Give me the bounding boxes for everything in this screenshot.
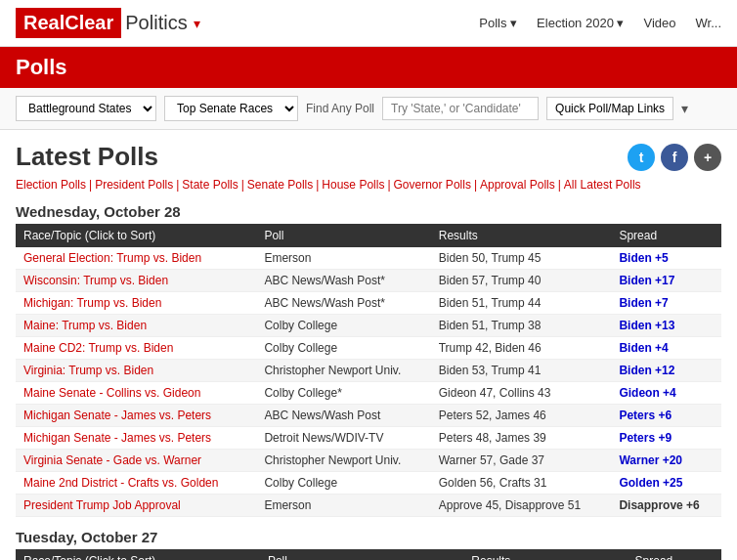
subnav-approval-polls[interactable]: Approval Polls bbox=[480, 178, 555, 192]
spread-cell: Biden +7 bbox=[611, 292, 721, 315]
subnav-president-polls[interactable]: President Polls bbox=[95, 178, 173, 192]
table-row: Maine CD2: Trump vs. BidenColby CollegeT… bbox=[16, 337, 721, 360]
results-cell: Biden 57, Trump 40 bbox=[431, 270, 612, 292]
col-header-1-0[interactable]: Race/Topic (Click to Sort) bbox=[16, 549, 260, 560]
spread-cell: Biden +12 bbox=[611, 360, 721, 382]
col-header-0-1[interactable]: Poll bbox=[256, 224, 430, 247]
results-cell: Biden 51, Trump 44 bbox=[431, 292, 612, 315]
nav-wr[interactable]: Wr... bbox=[696, 16, 721, 30]
poll-name-cell: Colby College* bbox=[256, 382, 430, 405]
sections-container: Wednesday, October 28Race/Topic (Click t… bbox=[16, 203, 721, 560]
poll-name-cell: Christopher Newport Univ. bbox=[256, 360, 430, 382]
poll-name-cell: Colby College bbox=[256, 315, 430, 337]
polls-bar: Polls bbox=[0, 47, 737, 88]
table-row: Michigan Senate - James vs. PetersDetroi… bbox=[16, 427, 721, 450]
race-topic-cell[interactable]: General Election: Trump vs. Biden bbox=[16, 247, 256, 270]
subnav-senate-polls[interactable]: Senate Polls bbox=[247, 178, 313, 192]
race-topic-cell[interactable]: Maine: Trump vs. Biden bbox=[16, 315, 256, 337]
table-row: Maine: Trump vs. BidenColby CollegeBiden… bbox=[16, 315, 721, 337]
race-topic-cell[interactable]: Wisconsin: Trump vs. Biden bbox=[16, 270, 256, 292]
spread-cell: Biden +4 bbox=[611, 337, 721, 360]
nav-election2020[interactable]: Election 2020 ▾ bbox=[537, 16, 624, 30]
table-row: Virginia Senate - Gade vs. WarnerChristo… bbox=[16, 450, 721, 472]
spread-cell: Peters +6 bbox=[611, 405, 721, 427]
social-icons-group: t f + bbox=[628, 144, 721, 171]
top-senate-races-dropdown[interactable]: Top Senate Races bbox=[164, 96, 298, 121]
nav-polls[interactable]: Polls ▾ bbox=[479, 16, 517, 30]
spread-cell: Gideon +4 bbox=[611, 382, 721, 405]
results-cell: Peters 52, James 46 bbox=[431, 405, 612, 427]
table-row: Michigan Senate - James vs. PetersABC Ne… bbox=[16, 405, 721, 427]
spread-cell: Golden +25 bbox=[611, 472, 721, 495]
quick-poll-button[interactable]: Quick Poll/Map Links bbox=[546, 97, 673, 120]
battleground-states-dropdown[interactable]: Battleground States bbox=[16, 96, 156, 121]
results-cell: Golden 56, Crafts 31 bbox=[431, 472, 612, 495]
twitter-share-button[interactable]: t bbox=[628, 144, 655, 171]
poll-name-cell: Colby College bbox=[256, 337, 430, 360]
col-header-0-2[interactable]: Results bbox=[431, 224, 612, 247]
results-cell: Trump 42, Biden 46 bbox=[431, 337, 612, 360]
spread-cell: Biden +5 bbox=[611, 247, 721, 270]
race-topic-cell[interactable]: President Trump Job Approval bbox=[16, 495, 256, 517]
poll-subnav: Election Polls | President Polls | State… bbox=[16, 178, 721, 192]
facebook-share-button[interactable]: f bbox=[661, 144, 688, 171]
race-topic-cell[interactable]: Virginia: Trump vs. Biden bbox=[16, 360, 256, 382]
race-topic-cell[interactable]: Maine 2nd District - Crafts vs. Golden bbox=[16, 472, 256, 495]
table-row: Maine 2nd District - Crafts vs. GoldenCo… bbox=[16, 472, 721, 495]
subnav-election-polls[interactable]: Election Polls bbox=[16, 178, 86, 192]
poll-table-1: Race/Topic (Click to Sort)PollResultsSpr… bbox=[16, 549, 721, 560]
spread-cell: Biden +17 bbox=[611, 270, 721, 292]
logo-dropdown-arrow[interactable]: ▾ bbox=[194, 16, 200, 31]
col-header-1-3[interactable]: Spread bbox=[628, 549, 721, 560]
poll-name-cell: Detroit News/WDIV-TV bbox=[256, 427, 430, 450]
logo-politics: Politics bbox=[125, 12, 187, 34]
subnav-all-latest-polls[interactable]: All Latest Polls bbox=[564, 178, 641, 192]
results-cell: Biden 53, Trump 41 bbox=[431, 360, 612, 382]
nav-video[interactable]: Video bbox=[644, 16, 676, 30]
poll-name-cell: ABC News/Wash Post* bbox=[256, 292, 430, 315]
race-topic-cell[interactable]: Michigan Senate - James vs. Peters bbox=[16, 405, 256, 427]
race-topic-cell[interactable]: Virginia Senate - Gade vs. Warner bbox=[16, 450, 256, 472]
poll-name-cell: ABC News/Wash Post* bbox=[256, 270, 430, 292]
more-share-button[interactable]: + bbox=[694, 144, 721, 171]
date-header-0: Wednesday, October 28 bbox=[16, 203, 721, 220]
col-header-0-3[interactable]: Spread bbox=[611, 224, 721, 247]
results-cell: Peters 48, James 39 bbox=[431, 427, 612, 450]
site-header: RealClear Politics ▾ Polls ▾ Election 20… bbox=[0, 0, 737, 47]
latest-polls-title: Latest Polls bbox=[16, 142, 158, 172]
col-header-0-0[interactable]: Race/Topic (Click to Sort) bbox=[16, 224, 256, 247]
subnav-house-polls[interactable]: House Polls bbox=[322, 178, 384, 192]
table-row: Virginia: Trump vs. BidenChristopher New… bbox=[16, 360, 721, 382]
table-row: General Election: Trump vs. BidenEmerson… bbox=[16, 247, 721, 270]
poll-name-cell: ABC News/Wash Post bbox=[256, 405, 430, 427]
subnav-state-polls[interactable]: State Polls bbox=[182, 178, 238, 192]
quick-poll-dropdown-arrow[interactable]: ▾ bbox=[681, 101, 688, 116]
table-row: Maine Senate - Collins vs. GideonColby C… bbox=[16, 382, 721, 405]
results-cell: Biden 50, Trump 45 bbox=[431, 247, 612, 270]
subnav-governor-polls[interactable]: Governor Polls bbox=[394, 178, 471, 192]
race-topic-cell[interactable]: Michigan Senate - James vs. Peters bbox=[16, 427, 256, 450]
logo-realclear[interactable]: RealClear bbox=[16, 8, 121, 38]
spread-cell: Disapprove +6 bbox=[611, 495, 721, 517]
table-row: Wisconsin: Trump vs. BidenABC News/Wash … bbox=[16, 270, 721, 292]
poll-table-0: Race/Topic (Click to Sort)PollResultsSpr… bbox=[16, 224, 721, 517]
logo-area: RealClear Politics ▾ bbox=[16, 8, 200, 38]
find-any-poll-input[interactable] bbox=[382, 97, 539, 120]
spread-cell: Peters +9 bbox=[611, 427, 721, 450]
race-topic-cell[interactable]: Maine Senate - Collins vs. Gideon bbox=[16, 382, 256, 405]
table-row: Michigan: Trump vs. BidenABC News/Wash P… bbox=[16, 292, 721, 315]
col-header-1-1[interactable]: Poll bbox=[260, 549, 463, 560]
results-cell: Approve 45, Disapprove 51 bbox=[431, 495, 612, 517]
poll-name-cell: Christopher Newport Univ. bbox=[256, 450, 430, 472]
find-any-poll-label: Find Any Poll bbox=[306, 102, 374, 115]
main-content: Latest Polls t f + Election Polls | Pres… bbox=[0, 130, 737, 560]
col-header-1-2[interactable]: Results bbox=[463, 549, 627, 560]
race-topic-cell[interactable]: Michigan: Trump vs. Biden bbox=[16, 292, 256, 315]
race-topic-cell[interactable]: Maine CD2: Trump vs. Biden bbox=[16, 337, 256, 360]
results-cell: Biden 51, Trump 38 bbox=[431, 315, 612, 337]
poll-name-cell: Emerson bbox=[256, 495, 430, 517]
main-nav: Polls ▾ Election 2020 ▾ Video Wr... bbox=[479, 16, 721, 30]
spread-cell: Biden +13 bbox=[611, 315, 721, 337]
results-cell: Gideon 47, Collins 43 bbox=[431, 382, 612, 405]
date-header-1: Tuesday, October 27 bbox=[16, 529, 721, 545]
